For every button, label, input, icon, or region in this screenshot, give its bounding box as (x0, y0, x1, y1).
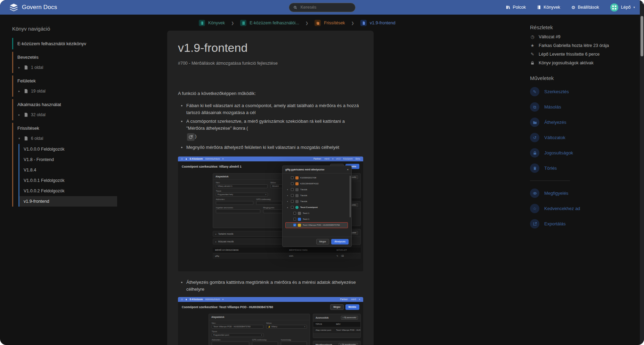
action-label: Változatok (544, 135, 565, 140)
scrollbar-track[interactable]: ▴ (640, 0, 644, 345)
chevron-down-icon: ▾ (222, 298, 223, 301)
chapter-label[interactable]: Alkalmazás használat (13, 99, 117, 110)
shot-app-topbar: ⌂ E-Közüzem Adminisztráció ▾ Partner: mé… (178, 297, 363, 302)
list-item-text: A csomópontot szerkesztve, a mérő gyáris… (186, 119, 345, 131)
search-input[interactable] (300, 5, 351, 10)
chevron-down-icon: ▾ (332, 158, 333, 160)
breadcrumb-books[interactable]: Könyvek (199, 20, 225, 26)
sidebar-page-v1001[interactable]: V1.0.0.1 Feldolgozók (18, 175, 117, 186)
book-navigation-sidebar: Könyv navigáció E-közüzem felhasználói k… (0, 15, 163, 345)
tree-row: ▾Tárolók (285, 199, 348, 204)
chapter-meta[interactable]: ▸ 1 oldal (13, 63, 117, 73)
action-label: Törlés (544, 166, 557, 171)
action-permissions[interactable]: Jogosultságok (530, 148, 638, 158)
sidebar-page-v1000[interactable]: V1.0.0.0 Feldolgozók (18, 144, 117, 154)
chapter-icon (315, 20, 321, 26)
sidebar-page-v19-frontend-active[interactable]: v1.9-frontend (18, 196, 117, 207)
action-move[interactable]: Áthelyezés (530, 118, 638, 127)
sidebar-page-v184[interactable]: V1.8.4 (18, 165, 117, 175)
home-icon: ⌂ (181, 298, 183, 301)
embedded-screenshot-node-edit-modal: ⌂ E-Közüzem Adminisztráció ▾ Partner: mé… (178, 157, 363, 271)
nav-link-settings[interactable]: ⚙ Beállítások (571, 5, 599, 10)
navbar-links: Polcok Könyvek ⚙ Beállítások Lépő ▾ (506, 3, 635, 11)
page-count-icon (24, 89, 28, 93)
detail-text: Változat #9 (539, 34, 561, 39)
action-copy[interactable]: ⧉ Másolás (530, 102, 638, 112)
shot-meters-table: MÉRŐ GYÁRISZÁMOK MÉRTÉKEGYSÉG MŰVELET gf… (213, 248, 361, 259)
nav-link-label: Beállítások (578, 5, 599, 10)
add-identifier-button: + Új azonosító (341, 316, 358, 320)
tree-row: K1030002017/08 (285, 175, 348, 181)
detail-revision: ◷ Változat #9 (530, 34, 638, 39)
modal-cancel-button: Mégse (316, 239, 329, 244)
breadcrumb-page[interactable]: v1.9-frontend (360, 20, 396, 26)
chapter-meta[interactable]: ▸ 19 oldal (13, 86, 117, 97)
shot-menu-admin: Adminisztráció (205, 158, 220, 160)
book-icon (240, 20, 246, 26)
breadcrumb-label: Könyvek (208, 21, 225, 25)
sidebar-page-v1002[interactable]: V1.0.0.2 Feldolgozók (18, 186, 117, 196)
chevron-down-icon: ▾ (359, 298, 360, 301)
chapter-label[interactable]: Bevezetés (13, 52, 117, 63)
modal-node-tree: K1030002017/08 KZSC05400874102 ▾Tárolók … (283, 174, 351, 236)
shot-env: Közüzem (343, 158, 353, 160)
chapter-label[interactable]: Felületek (13, 75, 117, 86)
app-window: Govern Docs Polcok Könyvek ⚙ Beállítások (0, 0, 644, 345)
action-export[interactable]: Exportálás (530, 219, 638, 228)
bookshelf-icon (506, 5, 510, 9)
scrollbar-thumb[interactable] (641, 16, 643, 56)
tree-row-test-node: ▴Teszt Csomópont (285, 204, 348, 210)
sidebar-item-book[interactable]: E-közüzem felhasználói kézikönyv (12, 38, 117, 49)
breadcrumb-book[interactable]: E-közüzem felhasználói... (240, 20, 299, 26)
breadcrumb-label: Frissítések (324, 21, 345, 25)
breadcrumb-chapter[interactable]: Frissítések (315, 20, 345, 26)
action-edit[interactable]: ✎ Szerkesztés (530, 87, 638, 96)
chevron-down-icon: ▾ (18, 137, 21, 140)
page-count-icon (24, 65, 28, 70)
action-label: Exportálás (544, 221, 565, 226)
action-watch[interactable]: Megfigyelés (530, 188, 638, 198)
user-menu[interactable]: Lépő ▾ (610, 3, 635, 11)
action-delete[interactable]: Törlés (530, 163, 638, 173)
drop-icon (185, 298, 187, 301)
action-favourite[interactable]: ☆ Kedvencekhez ad (530, 204, 638, 213)
shot-topbar-right: Partner: mérő ▾ (340, 298, 360, 301)
shot-version: v4.0 (336, 158, 340, 160)
instruction-list-2: Áthelyezés gombra katttintva megtörténik… (178, 279, 363, 293)
top-navbar: Govern Docs Polcok Könyvek ⚙ Beállítások (0, 0, 644, 15)
brand[interactable]: Govern Docs (9, 3, 57, 12)
chapter-meta[interactable]: ▸ 32 oldal (13, 110, 117, 120)
chapter-meta[interactable]: ▾ 6 oldal (13, 134, 117, 144)
row-action-icons: ✎ ⌫ (334, 253, 361, 259)
breadcrumb: Könyvek ❯ E-közüzem felhasználói... ❯ Fr… (199, 20, 396, 26)
nav-link-books[interactable]: Könyvek (537, 5, 560, 10)
home-icon: ⌂ (181, 158, 183, 160)
shot-basic-data-panel: Alapadatok Név:Teszt Villamps POD - HU00… (209, 314, 310, 345)
add-observation-button: + Új megfigyelés (339, 343, 358, 345)
sidebar-chapter-feluletek: Felületek ▸ 19 oldal (12, 75, 117, 97)
nav-link-shelves[interactable]: Polcok (506, 5, 526, 10)
shot-ids-panel: Azonosítók+ Új azonosító TÍPUSNÉVMŰVELET… (313, 314, 361, 338)
chapter-label[interactable]: Frissítések (13, 123, 117, 134)
sidebar-page-v18-frontend[interactable]: V1.8 - Frontend (18, 154, 117, 165)
scroll-up-icon[interactable]: ▴ (642, 1, 643, 4)
book-icon (199, 20, 205, 26)
book-icon (537, 5, 541, 9)
panel-title: Azonosítók (316, 316, 329, 319)
action-label: Másolás (544, 104, 561, 110)
search-bar[interactable] (289, 3, 356, 12)
tree-row: Teszt 1 (285, 210, 348, 216)
detail-permissions: Könyv jogosultságok aktívak (530, 61, 638, 65)
page-count: 1 oldal (31, 65, 43, 70)
list-item-text: Megnyíló mérőóra áthelyező felületen ki … (186, 144, 363, 151)
sidebar-chapter-frissitesek: Frissítések ▾ 6 oldal V1.0.0.0 Feldolgoz… (12, 123, 117, 207)
shot-app-name: E-Közüzem (190, 298, 203, 300)
page-count: 6 oldal (31, 136, 43, 141)
actions-divider (530, 180, 570, 181)
shot-meter-move-modal: gfflg gyáriszámú mérő áthelyezése × K103… (282, 166, 352, 247)
action-revisions[interactable]: ↺ Változatok (530, 133, 638, 142)
brand-title: Govern Docs (22, 4, 57, 11)
panel-title: Alapadatok (211, 316, 225, 318)
drop-icon (185, 158, 187, 160)
book-label: E-közüzem felhasználói kézikönyv (17, 41, 86, 46)
